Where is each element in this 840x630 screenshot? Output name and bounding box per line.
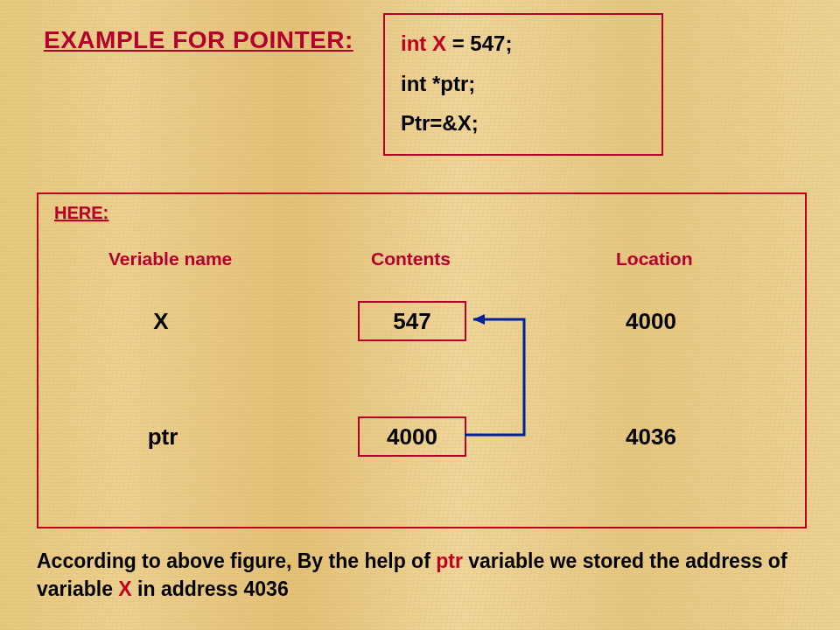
var-name-x: X bbox=[144, 308, 178, 335]
location-x: 4000 bbox=[616, 308, 686, 335]
code-red-fragment: int X bbox=[401, 32, 446, 55]
code-line-2: int *ptr; bbox=[401, 64, 646, 104]
col-location: Location bbox=[616, 248, 693, 270]
col-variable-name: Veriable name bbox=[108, 248, 232, 270]
pointer-arrow-icon bbox=[38, 194, 805, 527]
col-contents: Contents bbox=[371, 248, 451, 270]
code-line-1: int X = 547; bbox=[401, 24, 646, 64]
diagram-panel: HERE: Veriable name Contents Location X … bbox=[37, 192, 807, 528]
caption-ptr: ptr bbox=[436, 550, 463, 572]
here-label: HERE: bbox=[54, 203, 108, 223]
caption-text: According to above figure, By the help o… bbox=[37, 547, 803, 603]
caption-x: X bbox=[118, 578, 131, 600]
contents-box-ptr: 4000 bbox=[358, 416, 466, 457]
var-name-ptr: ptr bbox=[136, 424, 189, 451]
page-title: EXAMPLE FOR POINTER: bbox=[44, 26, 354, 54]
code-line-3: Ptr=&X; bbox=[401, 103, 646, 144]
code-box: int X = 547; int *ptr; Ptr=&X; bbox=[383, 13, 663, 156]
svg-marker-0 bbox=[473, 314, 485, 325]
location-ptr: 4036 bbox=[616, 424, 686, 451]
caption-fragment: in address 4036 bbox=[137, 578, 289, 600]
code-fragment: = 547; bbox=[446, 32, 512, 55]
contents-box-x: 547 bbox=[358, 301, 466, 341]
caption-fragment: According to above figure, By the help o… bbox=[37, 550, 436, 572]
